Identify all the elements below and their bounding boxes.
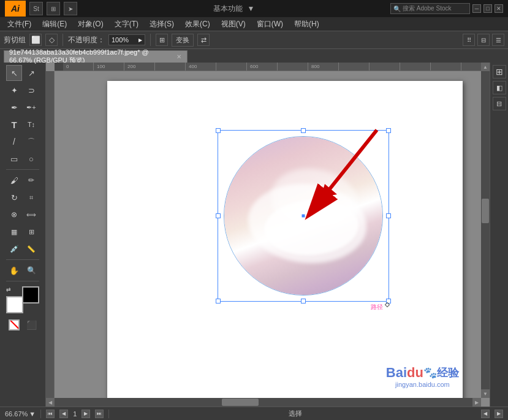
menu-edit[interactable]: 编辑(E) (37, 18, 72, 31)
select-tool-button[interactable]: ↖ (6, 65, 22, 81)
arc-tool-button[interactable]: ⌒ (23, 134, 39, 150)
transform-extra-icon[interactable]: ⇄ (197, 34, 210, 46)
tool-row-type: T T↕ (6, 116, 39, 132)
menu-select[interactable]: 选择(S) (145, 18, 179, 31)
rect-tool-button[interactable]: ▭ (6, 151, 22, 167)
handle-bottom-right[interactable] (386, 299, 391, 304)
brush-tool-button[interactable]: 🖌 (6, 172, 22, 188)
libraries-panel-button[interactable]: ⊟ (493, 97, 506, 110)
blend-tool-button[interactable]: ⊗ (6, 207, 22, 223)
search-box[interactable]: 🔍 搜索 Adobe Stock (390, 3, 470, 14)
path-diamond-icon (385, 302, 390, 307)
document-tab[interactable]: 91e744138aba13a30feb4cb999f1ac7f.jpeg* @… (4, 50, 188, 63)
scroll-right-button[interactable]: ▶ (472, 398, 481, 407)
menu-object[interactable]: 对象(O) (73, 18, 108, 31)
eyedropper-tool-button[interactable]: 💉 (6, 241, 22, 257)
add-anchor-tool-button[interactable]: ✒+ (23, 99, 39, 115)
scroll-track-horizontal[interactable] (55, 398, 472, 407)
tool-row-nav: ✋ 🔍 (6, 262, 39, 278)
tab-close-button[interactable]: ✕ (176, 53, 182, 61)
handle-middle-left[interactable] (216, 213, 221, 218)
ruler-left (46, 71, 55, 398)
none-icon[interactable] (6, 317, 22, 333)
ellipse-tool-button[interactable]: ○ (23, 151, 39, 167)
pen-tool-button[interactable]: ✒ (6, 99, 22, 115)
next-page-button[interactable]: ⏭ (95, 410, 104, 418)
status-arrow-right[interactable]: ▶ (495, 410, 503, 418)
mask-icon[interactable]: ⬜ (29, 34, 42, 46)
handle-bottom-middle[interactable] (301, 299, 306, 304)
handle-top-middle[interactable] (301, 128, 306, 133)
rotate-tool-button[interactable]: ↻ (6, 189, 22, 205)
shear-tool-button[interactable]: ⌗ (23, 189, 39, 205)
close-button[interactable]: ✕ (495, 4, 503, 13)
left-panel: ↖ ↗ ✦ ⊃ ✒ ✒+ T T↕ / ⌒ ▭ ○ 🖌 (0, 63, 46, 407)
tool-row-select: ↖ ↗ (6, 65, 39, 81)
scroll-thumb-vertical[interactable] (482, 199, 489, 223)
properties-panel-button[interactable]: ◧ (493, 81, 506, 94)
grid-dots-icon[interactable]: ⠿ (463, 34, 475, 46)
menu-file[interactable]: 文件(F) (2, 18, 36, 31)
scroll-track-vertical[interactable] (481, 71, 490, 389)
workspace-dropdown-icon[interactable]: ▼ (248, 4, 255, 13)
width-tool-button[interactable]: ⟺ (23, 207, 39, 223)
menu-icon[interactable]: ☰ (492, 34, 504, 46)
zoom-dropdown-icon[interactable]: ▼ (29, 410, 36, 418)
measure-tool-button[interactable]: 📏 (23, 241, 39, 257)
menu-window[interactable]: 窗口(W) (252, 18, 288, 31)
menu-effect[interactable]: 效果(C) (180, 18, 215, 31)
handle-middle-right[interactable] (386, 213, 391, 218)
status-arrow-left[interactable]: ◀ (481, 410, 490, 418)
handle-bottom-left[interactable] (216, 299, 221, 304)
prev-page-button[interactable]: ⏮ (46, 410, 55, 418)
send-icon[interactable]: ➤ (64, 2, 77, 15)
minimize-button[interactable]: ─ (472, 4, 481, 13)
status-bar: 66.67% ▼ ⏮ ◀ 1 ▶ ⏭ 选择 ◀ ▶ (0, 407, 508, 420)
horizontal-scrollbar[interactable]: ◀ ▶ (46, 398, 481, 407)
align-icon[interactable]: ⊟ (477, 34, 490, 46)
toolbar-separator-1 (63, 34, 63, 46)
handle-top-right[interactable] (386, 128, 391, 133)
background-color-box[interactable] (6, 296, 23, 313)
grid-icon[interactable]: ⊞ (47, 2, 60, 15)
scroll-up-button[interactable]: ▲ (481, 63, 490, 71)
line-tool-button[interactable]: / (6, 134, 22, 150)
next-button[interactable]: ▶ (82, 410, 90, 418)
type-tool-button[interactable]: T (6, 116, 22, 132)
mesh-tool-button[interactable]: ⊞ (23, 224, 39, 240)
scroll-left-button[interactable]: ◀ (46, 398, 55, 407)
zoom-tool-button[interactable]: 🔍 (23, 262, 39, 278)
pencil-tool-button[interactable]: ✏ (23, 172, 39, 188)
layers-panel-button[interactable]: ⊞ (493, 65, 506, 78)
canvas-area[interactable]: 0 100 200 400 600 800 (46, 63, 490, 407)
prev-button[interactable]: ◀ (59, 410, 68, 418)
tool-row-eyedropper: 💉 📏 (6, 241, 39, 257)
opacity-input[interactable]: 100% ▶ (108, 34, 145, 45)
menu-type[interactable]: 文字(T) (110, 18, 143, 31)
transform-grid-icon[interactable]: ⊞ (156, 34, 168, 46)
vertical-scrollbar[interactable]: ▲ ▼ (481, 63, 490, 398)
vertical-type-tool-button[interactable]: T↕ (23, 116, 39, 132)
menu-help[interactable]: 帮助(H) (289, 18, 324, 31)
direct-select-tool-button[interactable]: ↗ (23, 65, 39, 81)
scroll-thumb-horizontal[interactable] (222, 399, 259, 406)
foreground-color-box[interactable] (22, 286, 39, 304)
status-center-text: 选择 (114, 409, 476, 418)
search-icon: 🔍 (393, 6, 401, 12)
opacity-arrow[interactable]: ▶ (138, 37, 142, 43)
scroll-down-button[interactable]: ▼ (481, 389, 490, 398)
hand-tool-button[interactable]: ✋ (6, 262, 22, 278)
artwork-area[interactable]: 路径 (218, 130, 389, 302)
gradient-tool-button[interactable]: ▦ (6, 224, 22, 240)
diamond-icon[interactable]: ◇ (45, 34, 58, 46)
swap-colors-icon[interactable]: ⇄ (6, 286, 15, 295)
title-bar-left: Ai St ⊞ ➤ (5, 1, 77, 17)
swap-fill-stroke-icon[interactable]: ⬛ (23, 317, 39, 333)
zoom-level: 66.67% ▼ (5, 410, 36, 418)
transform-button[interactable]: 变换 (172, 34, 194, 47)
maximize-button[interactable]: □ (483, 4, 492, 13)
magic-wand-tool-button[interactable]: ✦ (6, 82, 22, 98)
menu-view[interactable]: 视图(V) (216, 18, 251, 31)
handle-top-left[interactable] (216, 128, 221, 133)
lasso-tool-button[interactable]: ⊃ (23, 82, 39, 98)
